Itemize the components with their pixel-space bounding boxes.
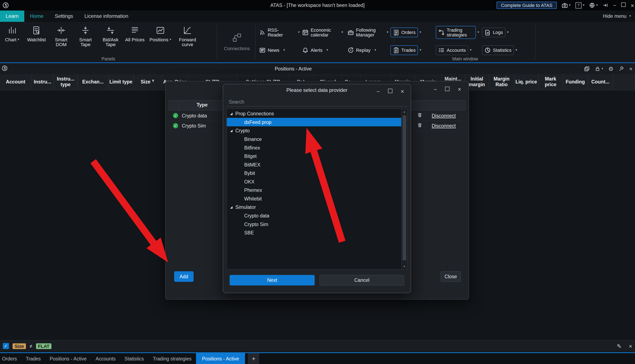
ribbon-cell-logs[interactable]: Logs ▾ [482, 28, 529, 37]
ribbon-cell-alerts[interactable]: Alerts ▾ [300, 45, 345, 55]
expander-icon[interactable]: ◢ [230, 112, 232, 115]
ribbon-button-watchlist[interactable]: Watchlist [25, 25, 48, 48]
column-header-funding[interactable]: Funding [563, 74, 588, 90]
ribbon-cell-following-manager[interactable]: Following Manager ▾ [345, 26, 390, 39]
minimize-button[interactable]: − [377, 88, 380, 94]
tree-group-prop-connections[interactable]: ◢ Prop Connections [227, 109, 401, 118]
ribbon-button-all-prices[interactable]: All Prices [124, 25, 145, 48]
collapse-ribbon-button[interactable] [603, 3, 608, 8]
ribbon-cell-trading-strategies[interactable]: Trading strategies ▾ [436, 26, 482, 39]
filter-value-chip[interactable]: FLAT [36, 343, 52, 349]
bottom-tab-accounts[interactable]: Accounts [91, 353, 120, 364]
scroll-up-button[interactable]: ▴ [402, 109, 407, 114]
column-header-margin-ratio[interactable]: Margin Ratio [489, 74, 514, 90]
scroll-down-button[interactable]: ▾ [402, 264, 407, 269]
add-tab-button[interactable]: + [248, 353, 259, 364]
tree-item-bybit[interactable]: Bybit [227, 169, 401, 178]
type-column-header[interactable]: Type [190, 102, 214, 108]
close-button[interactable]: Close [440, 271, 461, 282]
ribbon-cell-replay[interactable]: Replay ▾ [345, 45, 390, 55]
ribbon-cell-rss-reader[interactable]: RSS-Reader ▾ [257, 26, 300, 39]
filter-field-chip[interactable]: Size [12, 343, 26, 349]
minimize-button[interactable]: − [613, 2, 616, 8]
column-header-count[interactable]: Count... [588, 74, 613, 90]
tree-item-crypto-sim[interactable]: Crypto Sim [227, 220, 401, 228]
tree-group-simulator[interactable]: ◢ Simulator [227, 203, 401, 211]
tree-item-crypto-data[interactable]: Crypto data [227, 211, 401, 220]
scroll-thumb[interactable] [403, 115, 406, 260]
close-panel-icon[interactable]: × [629, 66, 633, 72]
cancel-button[interactable]: Cancel [320, 275, 404, 285]
ribbon-button-chart[interactable]: Chart▾ [2, 25, 23, 48]
close-button[interactable]: × [458, 86, 461, 92]
maximize-button[interactable] [388, 88, 392, 94]
bottom-tab-statistics[interactable]: Statistics [120, 353, 148, 364]
trash-icon[interactable] [417, 112, 422, 118]
tab-settings[interactable]: Settings [49, 10, 79, 22]
search-input[interactable] [226, 98, 407, 106]
tree-item-binance[interactable]: Binance [227, 135, 401, 144]
hide-menu-button[interactable]: Hide menu ▾ [603, 10, 631, 22]
tab-license-information[interactable]: License information [79, 10, 134, 22]
expander-icon[interactable]: ◢ [230, 206, 232, 209]
trash-icon[interactable] [417, 122, 422, 128]
ribbon-button-bid-ask-tape[interactable]: Bid/Ask Tape [99, 25, 122, 48]
guide-button[interactable]: Complete Guide to ATAS [496, 2, 557, 9]
tree-item-dxfeed-prop[interactable]: dxFeed prop [227, 118, 401, 126]
ribbon-button-forward-curve[interactable]: Forward curve [175, 25, 200, 48]
bottom-tab-active-positions[interactable]: Positions - Active [196, 353, 245, 364]
column-header-instrument[interactable]: Instru... [32, 74, 54, 90]
tree-item-bitmex[interactable]: BitMEX [227, 160, 401, 169]
language-button[interactable]: ▾ [589, 2, 598, 8]
next-button[interactable]: Next [230, 275, 315, 285]
close-button[interactable]: × [630, 2, 634, 8]
tab-learn[interactable]: Learn [0, 10, 24, 22]
connections-button[interactable]: Connections [220, 26, 254, 58]
maximize-button[interactable] [621, 2, 626, 8]
tree-item-okx[interactable]: OKX [227, 178, 401, 186]
filter-checkbox[interactable]: ✓ [3, 343, 9, 349]
add-button[interactable]: Add [174, 271, 194, 282]
ribbon-cell-economic-calendar[interactable]: Economic calendar ▾ [300, 26, 345, 39]
help-button[interactable]: ? ▾ [576, 2, 584, 8]
ribbon-cell-statistics[interactable]: Statistics ▾ [482, 45, 529, 55]
ribbon-cell-accounts[interactable]: Accounts ▾ [436, 45, 482, 55]
column-header-exchange[interactable]: Exchan... [78, 74, 109, 90]
ribbon-button-smart-dom[interactable]: Smart DOM [50, 25, 72, 48]
column-header-limit-type[interactable]: Limit type [109, 74, 134, 90]
ribbon-cell-orders[interactable]: Orders ▾ [390, 28, 436, 37]
maximize-button[interactable] [445, 86, 450, 92]
screenshot-button[interactable]: ▾ [562, 3, 570, 8]
minimize-button[interactable]: − [434, 86, 437, 92]
duplicate-window-button[interactable] [584, 66, 590, 72]
pin-button[interactable] [619, 66, 624, 71]
bottom-tab-trading-strategies[interactable]: Trading strategies [148, 353, 196, 364]
tab-home[interactable]: Home [24, 10, 49, 22]
tree-group-crypto[interactable]: ◢ Crypto [227, 126, 401, 135]
tree-item-bitget[interactable]: Bitget [227, 152, 401, 160]
tree-item-whitebit[interactable]: Whitebit [227, 194, 401, 203]
tree-item-phemex[interactable]: Phemex [227, 186, 401, 194]
disconnect-link[interactable]: Disconnect [432, 123, 456, 128]
column-header-instrument-type[interactable]: Instru... type [54, 74, 78, 90]
column-header-account[interactable]: Account [0, 74, 32, 90]
ribbon-cell-trades[interactable]: Trades ▾ [390, 45, 436, 55]
settings-gear-icon[interactable]: ⚙ [608, 66, 614, 72]
scrollbar[interactable]: ▴ ▾ [402, 109, 407, 269]
column-header-liq-price[interactable]: Liq. price [514, 74, 539, 90]
lock-button[interactable]: ▾ [595, 66, 603, 72]
ribbon-button-positions[interactable]: Positions▾ [148, 25, 174, 48]
edit-pencil-icon[interactable]: ✎ [617, 343, 622, 349]
close-button[interactable]: × [400, 88, 404, 94]
expander-icon[interactable]: ◢ [230, 129, 232, 132]
disconnect-link[interactable]: Disconnect [432, 113, 456, 118]
bottom-tab-positions-active[interactable]: Positions - Active [45, 353, 91, 364]
ribbon-cell-news[interactable]: News ▾ [257, 45, 300, 55]
tree-item-sbe[interactable]: SBE [227, 228, 401, 237]
bottom-tab-trades[interactable]: Trades [22, 353, 45, 364]
ribbon-button-smart-tape[interactable]: Smart Tape [74, 25, 97, 48]
bottom-tab-orders[interactable]: Orders [0, 353, 22, 364]
tree-item-bitfinex[interactable]: Bitfinex [227, 144, 401, 152]
close-filter-icon[interactable]: × [629, 343, 632, 349]
column-header-mark-price[interactable]: Mark price [538, 74, 563, 90]
